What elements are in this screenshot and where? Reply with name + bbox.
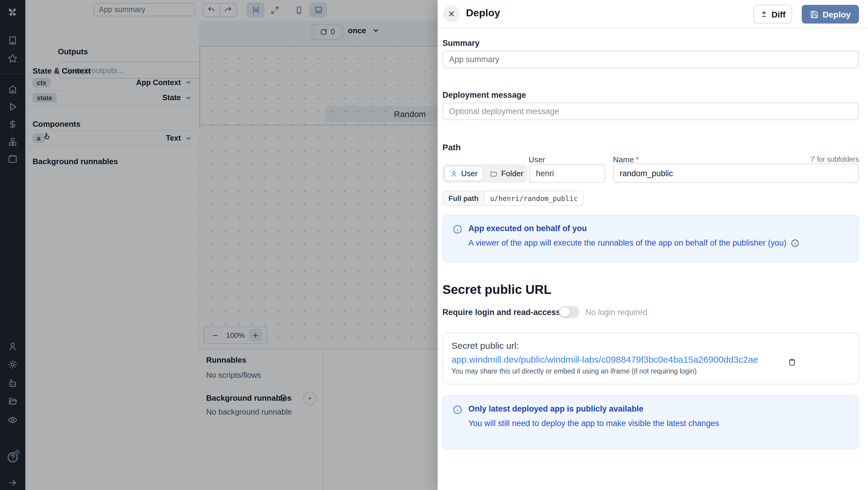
drawer-title: Deploy xyxy=(466,7,500,19)
info-body-text: A viewer of the app will execute the run… xyxy=(468,238,786,248)
require-login-label: Require login and read-access xyxy=(442,308,561,317)
full-path-value: u/henri/random_public xyxy=(485,191,584,206)
subfolder-hint: '/' for subfolders xyxy=(810,156,859,163)
info-icon-secondary[interactable] xyxy=(790,239,799,247)
deploy-button-label: Deploy xyxy=(823,9,850,19)
full-path-label: Full path xyxy=(442,191,485,206)
secret-url-link[interactable]: app.windmill.dev/public/windmill-labs/c0… xyxy=(452,354,758,365)
copy-url-button[interactable] xyxy=(785,355,799,369)
executed-on-behalf-info-box: App executed on behalf of you A viewer o… xyxy=(442,215,859,262)
full-path: Full path u/henri/random_public xyxy=(442,191,584,206)
toggle-knob xyxy=(560,307,569,317)
name-field[interactable] xyxy=(613,164,859,183)
windmill-app-editor: Outputs State & Context ctx App Context … xyxy=(0,0,868,490)
plus-minus-icon xyxy=(760,10,768,18)
info-icon xyxy=(453,405,462,414)
close-drawer-button[interactable] xyxy=(443,5,460,22)
folder-tab-label: Folder xyxy=(501,169,524,178)
secret-url-box: Secret public url: app.windmill.dev/publ… xyxy=(442,333,859,384)
required-asterisk: * xyxy=(636,155,639,164)
info-title: Only latest deployed app is publicly ava… xyxy=(468,404,719,413)
user-column-label: User xyxy=(529,155,545,164)
viewport: Outputs State & Context ctx App Context … xyxy=(0,0,868,490)
save-icon xyxy=(810,10,818,19)
info-body-text: You will still need to deploy the app to… xyxy=(468,419,719,428)
drawer-header: Deploy Diff Deploy xyxy=(438,0,868,28)
diff-button[interactable]: Diff xyxy=(753,5,792,24)
owner-field[interactable] xyxy=(529,164,605,183)
secret-url-label: Secret public url: xyxy=(452,340,850,351)
deployment-message-field[interactable] xyxy=(442,103,859,120)
info-title: App executed on behalf of you xyxy=(468,224,799,233)
owner-kind-user-tab[interactable]: User xyxy=(444,166,484,181)
require-login-state-text: No login required xyxy=(585,308,647,317)
summary-label: Summary xyxy=(442,39,479,48)
owner-kind-toggle: User Folder xyxy=(442,164,527,183)
secret-public-url-title: Secret public URL xyxy=(442,282,552,297)
diff-button-label: Diff xyxy=(772,9,786,19)
info-icon xyxy=(453,225,462,234)
summary-field[interactable] xyxy=(442,51,859,68)
owner-kind-folder-tab[interactable]: Folder xyxy=(485,166,529,181)
user-icon xyxy=(450,170,458,177)
folder-icon xyxy=(490,170,498,177)
path-label: Path xyxy=(442,142,461,152)
deploy-drawer: Deploy Diff Deploy Summary Deployment me… xyxy=(438,0,868,490)
deploy-button[interactable]: Deploy xyxy=(802,5,859,24)
name-column-label: Name* xyxy=(613,155,639,164)
user-tab-label: User xyxy=(461,169,478,178)
deployment-message-label: Deployment message xyxy=(442,90,526,99)
latest-deploy-info-box: Only latest deployed app is publicly ava… xyxy=(442,395,859,450)
require-login-toggle[interactable] xyxy=(559,306,579,318)
